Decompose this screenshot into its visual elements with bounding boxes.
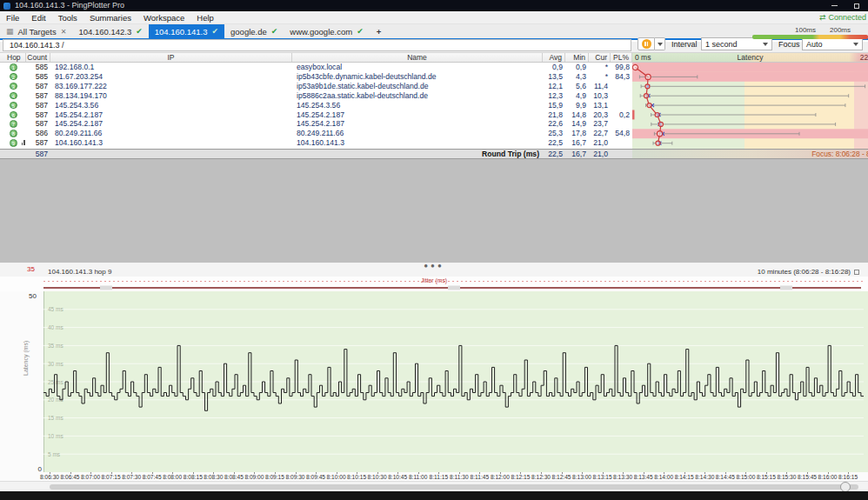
timeline-range[interactable]: 10 minutes (8:06:28 - 8:16:28)	[758, 268, 859, 276]
sample-count: 587	[26, 91, 50, 101]
tab-104-160-141-3[interactable]: 104.160.141.3✔	[149, 24, 224, 38]
hop-name: 145.254.2.187	[292, 110, 543, 120]
pause-button[interactable]	[638, 37, 655, 50]
time-tick-label: 8:07:00	[81, 474, 100, 480]
menu-item-summaries[interactable]: Summaries	[83, 11, 137, 24]
hop-name: ip53a9b1de.static.kabel-deutschland.de	[292, 82, 543, 91]
menu-item-edit[interactable]: Edit	[25, 11, 51, 24]
hop-packet-loss: 0,2	[611, 110, 632, 120]
hop-badge: 6	[10, 111, 17, 119]
header-pl[interactable]: PL%	[611, 53, 632, 62]
table-row-hop-6[interactable]: 6587145.254.2.187145.254.2.18721,814,820…	[0, 110, 632, 120]
hop-ip: 145.254.2.187	[50, 110, 292, 120]
time-tick-label: 8:16:00	[818, 474, 838, 480]
timeline-scrollbar[interactable]	[0, 481, 868, 491]
tab-label: google.de	[230, 27, 267, 37]
header-name[interactable]: Name	[292, 53, 543, 62]
svg-text:45 ms: 45 ms	[48, 306, 63, 312]
tab-104-160-142-3[interactable]: 104.160.142.3✔	[72, 24, 148, 38]
time-tick-label: 8:15:15	[757, 474, 776, 480]
range-menu-icon	[854, 270, 859, 275]
table-row-hop-5[interactable]: 5587145.254.3.56145.254.3.5615,99,913,1	[0, 101, 632, 110]
interval-label: Interval	[671, 39, 698, 50]
time-tick-label: 8:08:15	[184, 474, 203, 480]
menu-item-tools[interactable]: Tools	[52, 11, 83, 24]
hop-number: 6	[0, 110, 26, 120]
table-row-hop-4[interactable]: 458788.134.194.170ip5886c2aa.static.kabe…	[0, 91, 632, 101]
time-tick-label: 8:06:30	[40, 474, 59, 480]
latency-scale-title: Latency	[632, 53, 868, 62]
header-hop[interactable]: Hop	[0, 53, 26, 62]
new-tab-button[interactable]: +	[370, 24, 389, 38]
round-trip-row: 587 Round Trip (ms) 22,5 16,7 21,0 Focus…	[0, 149, 868, 158]
hop-ip: 192.168.0.1	[50, 63, 292, 72]
time-tick-label: 8:13:30	[613, 474, 632, 480]
header-count[interactable]: Count	[26, 53, 50, 62]
hop-min: 0,9	[565, 63, 589, 72]
time-tick-label: 8:07:45	[143, 474, 162, 480]
round-trip-avg: 22,5	[543, 150, 565, 158]
hop-name: easybox.local	[292, 63, 543, 72]
hop-avg: 21,8	[543, 110, 565, 120]
header-min[interactable]: Min	[565, 53, 589, 62]
latency-timeline-chart[interactable]: 5 ms10 ms15 ms20 ms25 ms30 ms35 ms40 ms4…	[0, 291, 868, 472]
sample-count: 587	[26, 138, 50, 148]
tab-www-google-com[interactable]: www.google.com✔	[284, 24, 369, 38]
menu-item-help[interactable]: Help	[190, 11, 220, 24]
hop-number: 2	[0, 72, 26, 82]
hop-ip: 145.254.3.56	[50, 101, 292, 110]
hop-cur: 13,1	[589, 101, 611, 110]
tab-check-icon: ✔	[357, 27, 364, 36]
hop-avg: 25,3	[543, 129, 565, 138]
sample-count: 586	[26, 129, 50, 138]
hop-avg: 12,3	[543, 91, 565, 101]
menu-item-file[interactable]: File	[0, 11, 25, 24]
hop-badge: 1	[10, 63, 17, 71]
header-avg[interactable]: Avg	[543, 53, 565, 62]
table-row-hop-2[interactable]: 258591.67.203.254ip5b43cbfe.dynamic.kabe…	[0, 72, 632, 82]
time-tick-label: 8:15:30	[777, 474, 796, 480]
menu-bar: FileEditToolsSummariesWorkspaceHelp⇄Conn…	[0, 11, 868, 24]
table-row-hop-3[interactable]: 358783.169.177.222ip53a9b1de.static.kabe…	[0, 82, 632, 91]
time-tick-label: 8:11:30	[450, 474, 469, 480]
trace-table-rows: 1585192.168.0.1easybox.local0,90,9*99,82…	[0, 63, 868, 149]
minimize-button[interactable]	[823, 0, 845, 11]
hop-ip: 83.169.177.222	[50, 82, 292, 91]
time-tick-label: 8:10:45	[388, 474, 407, 480]
scrollbar-thumb[interactable]	[50, 484, 858, 490]
tab-google-de[interactable]: google.de✔	[224, 24, 284, 38]
hop-name: 80.249.211.66	[292, 129, 543, 138]
time-tick-label: 8:07:15	[102, 474, 121, 480]
table-row-hop-7[interactable]: 7587145.254.2.187145.254.2.18722,614,923…	[0, 119, 632, 129]
table-row-hop-9[interactable]: 9587104.160.141.3104.160.141.322,516,721…	[0, 138, 632, 148]
trace-table-header: Hop Count IP Name Avg Min Cur PL% 0 ms L…	[0, 52, 868, 63]
hop-min: 9,9	[565, 101, 589, 110]
svg-text:25 ms: 25 ms	[48, 379, 63, 385]
hop-ip: 145.254.2.187	[50, 119, 292, 129]
target-address-box[interactable]: 104.160.141.3 /	[3, 39, 631, 51]
time-tick-label: 8:16:15	[838, 474, 858, 480]
maximize-button[interactable]	[845, 0, 868, 11]
tab-close-icon[interactable]: ✕	[61, 28, 67, 36]
hop-min: 4,9	[565, 91, 589, 101]
header-latency[interactable]: 0 ms Latency 220	[632, 53, 868, 62]
latency-gradient-bar[interactable]	[752, 35, 868, 39]
timeline-header: ●●● 104.160.141.3 hop 9 10 minutes (8:06…	[0, 263, 868, 277]
header-cur[interactable]: Cur	[589, 53, 611, 62]
hop-cur: 20,3	[589, 110, 611, 120]
tab-label: 104.160.141.3	[155, 27, 208, 37]
hop-badge: 5	[10, 102, 17, 110]
time-tick-label: 8:06:45	[61, 474, 80, 480]
hop-cur: 10,3	[589, 91, 611, 101]
time-tick-label: 8:11:45	[471, 474, 490, 480]
header-ip[interactable]: IP	[50, 53, 292, 62]
title-bar: 104.160.141.3 - PingPlotter Pro	[0, 0, 868, 11]
menu-item-workspace[interactable]: Workspace	[137, 11, 190, 24]
splitter-handle[interactable]: ●●●	[0, 263, 868, 269]
pause-dropdown-button[interactable]	[655, 37, 665, 50]
tab-all-targets[interactable]: ▦All Targets✕	[0, 24, 72, 38]
hop-min: 17,8	[565, 129, 589, 138]
hop-avg: 22,6	[543, 119, 565, 129]
table-row-hop-8[interactable]: 858680.249.211.6680.249.211.6625,317,822…	[0, 129, 632, 138]
table-row-hop-1[interactable]: 1585192.168.0.1easybox.local0,90,9*99,8	[0, 63, 632, 72]
